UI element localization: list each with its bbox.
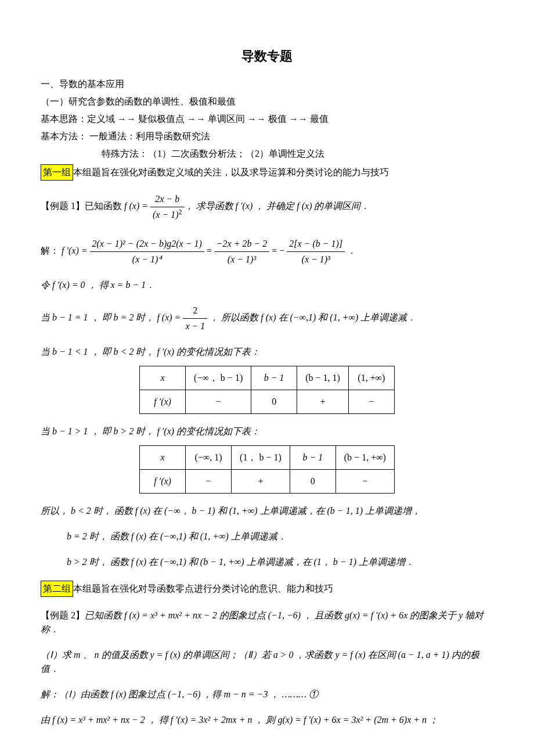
text-line: 特殊方法：（1）二次函数分析法；（2）单调性定义法 xyxy=(41,147,493,161)
solution-label: 解： xyxy=(41,246,62,255)
group-1-text: 本组题旨在强化对函数定义域的关注，以及求导运算和分类讨论的能力与技巧 xyxy=(73,167,389,177)
conclusion-b-gt2: b > 2 时， 函数 f (x) 在 (−∞,1) 和 (b − 1, +∞)… xyxy=(41,555,493,569)
fraction: 2 x − 1 xyxy=(183,304,207,333)
numerator: 2x − b xyxy=(150,192,185,207)
denominator: (x − 1)⁴ xyxy=(90,252,204,267)
cell: − xyxy=(186,470,232,494)
math: f (x) = xyxy=(124,201,150,211)
section-heading: 一、导数的基本应用 xyxy=(41,77,493,91)
text: 已知函数 f (x) = x³ + mx² + nx − 2 的图象过点 (−1… xyxy=(41,610,484,634)
subsection-heading: （一）研究含参数的函数的单调性、极值和最值 xyxy=(41,95,493,109)
denominator: (x − 1)³ xyxy=(214,252,270,267)
cell: − xyxy=(186,390,251,414)
fraction-2: −2x + 2b − 2 (x − 1)³ xyxy=(214,237,270,267)
conclusion-b-lt2: b < 2 时， 函数 f (x) 在 (−∞， b − 1) 和 (1, +∞… xyxy=(71,506,421,516)
numerator: 2[x − (b − 1)] xyxy=(287,237,345,252)
text: 已知函数 xyxy=(85,201,124,211)
table-row: x (−∞, 1) (1， b − 1) b − 1 (b − 1, +∞) xyxy=(140,446,395,470)
example-2: 【例题 2】已知函数 f (x) = x³ + mx² + nx − 2 的图象… xyxy=(41,609,493,636)
table-row: x (−∞， b − 1) b − 1 (b − 1, 1) (1, +∞) xyxy=(140,366,395,390)
example-label: 【例题 1】 xyxy=(41,201,85,211)
group-2-text: 本组题旨在强化对导函数零点进行分类讨论的意识、能力和技巧 xyxy=(73,584,333,593)
conclusion-line-1: 所以， b < 2 时， 函数 f (x) 在 (−∞， b − 1) 和 (1… xyxy=(41,504,493,518)
fraction: 2x − b (x − 1)2 xyxy=(150,192,185,222)
solution-derivative: 解： f ′(x) = 2(x − 1)² − (2x − b)g2(x − 1… xyxy=(41,237,493,267)
conclusion-b-eq2: b = 2 时， 函数 f (x) 在 (−∞,1) 和 (1, +∞) 上单调… xyxy=(41,530,493,543)
numerator: −2x + 2b − 2 xyxy=(214,237,270,252)
denominator: x − 1 xyxy=(183,319,207,333)
math: f (x) = xyxy=(157,312,183,322)
text-line: 基本思路：定义域 →→ 疑似极值点 →→ 单调区间 →→ 极值 →→ 最值 xyxy=(41,112,493,126)
denominator: (x − 1)2 xyxy=(150,207,185,222)
denominator: (x − 1)³ xyxy=(287,252,345,267)
cell: (−∞， b − 1) xyxy=(186,366,251,390)
cell: b − 1 xyxy=(251,366,297,390)
cell: − xyxy=(335,470,394,494)
cell: x xyxy=(140,446,186,470)
numerator: 2(x − 1)² − (2x − b)g2(x − 1) xyxy=(90,237,204,252)
text: 当 b − 1 = 1 ， 即 b = 2 时， xyxy=(41,312,157,322)
case-a: 当 b − 1 = 1 ， 即 b = 2 时， f (x) = 2 x − 1… xyxy=(41,304,493,333)
cell: (b − 1, +∞) xyxy=(335,446,394,470)
numerator: 2 xyxy=(183,304,207,319)
let-line: 令 f ′(x) = 0 ， 得 x = b − 1． xyxy=(41,278,493,292)
cell: (−∞, 1) xyxy=(186,446,232,470)
fraction-3: 2[x − (b − 1)] (x − 1)³ xyxy=(287,237,345,267)
cell: (b − 1, 1) xyxy=(297,366,349,390)
cell: f ′(x) xyxy=(140,470,186,494)
group-line: 第一组本组题旨在强化对函数定义域的关注，以及求导运算和分类讨论的能力与技巧 xyxy=(41,164,493,181)
cell: (1, +∞) xyxy=(348,366,394,390)
table-row: f ′(x) − 0 + − xyxy=(140,390,395,414)
group-2-tag: 第二组 xyxy=(41,581,73,597)
group-1-tag: 第一组 xyxy=(41,164,73,181)
table-row: f ′(x) − + 0 − xyxy=(140,470,395,494)
cell: (1， b − 1) xyxy=(232,446,290,470)
cell: 0 xyxy=(251,390,297,414)
fraction-1: 2(x − 1)² − (2x − b)g2(x − 1) (x − 1)⁴ xyxy=(90,237,204,267)
group-2-line: 第二组本组题旨在强化对导函数零点进行分类讨论的意识、能力和技巧 xyxy=(41,581,493,597)
example-1: 【例题 1】已知函数 f (x) = 2x − b (x − 1)2 ， 求导函… xyxy=(41,192,493,222)
lhs: f ′(x) = xyxy=(62,246,90,255)
example-2-parts: （Ⅰ）求 m 、 n 的值及函数 y = f (x) 的单调区间；（Ⅱ）若 a … xyxy=(41,648,493,676)
case-c: 当 b − 1 > 1 ， 即 b > 2 时， f ′(x) 的变化情况如下表… xyxy=(41,424,493,438)
cell: x xyxy=(140,366,186,390)
cell: + xyxy=(232,470,290,494)
cell: 0 xyxy=(290,470,335,494)
cell: f ′(x) xyxy=(140,390,186,414)
solution-2-line-2: 由 f (x) = x³ + mx² + nx − 2 ， 得 f ′(x) =… xyxy=(41,713,493,727)
text: ， 所以函数 f (x) 在 (−∞,1) 和 (1, +∞) 上单调递减． xyxy=(210,312,416,322)
sign-table-1: x (−∞， b − 1) b − 1 (b − 1, 1) (1, +∞) f… xyxy=(139,366,395,414)
text: ， 求导函数 f ′(x) ， 并确定 f (x) 的单调区间． xyxy=(185,201,370,211)
page-title: 导数专题 xyxy=(41,46,493,66)
text-line: 基本方法： 一般通法：利用导函数研究法 xyxy=(41,129,493,143)
case-b: 当 b − 1 < 1 ， 即 b < 2 时， f ′(x) 的变化情况如下表… xyxy=(41,345,493,359)
sign-table-2: x (−∞, 1) (1， b − 1) b − 1 (b − 1, +∞) f… xyxy=(139,445,395,494)
example-label: 【例题 2】 xyxy=(41,610,85,620)
conclusion-intro: 所以， xyxy=(41,506,71,516)
solution-2-line-1: 解：（Ⅰ）由函数 f (x) 图象过点 (−1, −6) ，得 m − n = … xyxy=(41,687,493,701)
cell: − xyxy=(348,390,394,414)
cell: b − 1 xyxy=(290,446,335,470)
cell: + xyxy=(297,390,349,414)
